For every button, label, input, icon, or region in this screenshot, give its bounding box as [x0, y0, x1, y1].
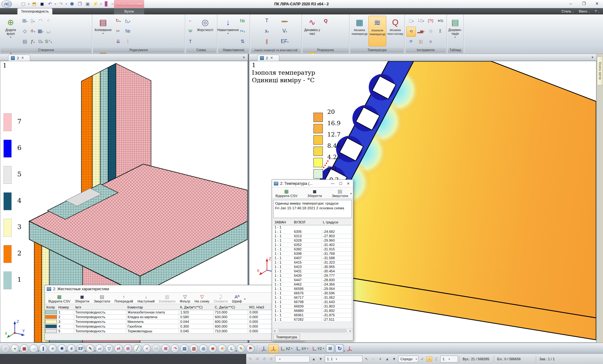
filter-funnel-icon[interactable]: ▽	[105, 344, 113, 353]
pencil-circle-icon[interactable]: ✎	[86, 344, 95, 353]
lightning-icon[interactable]: ⚡	[92, 1, 99, 7]
heat-q-icon[interactable]: Q	[322, 16, 329, 26]
load-copy-icon[interactable]: ⇅	[238, 37, 247, 47]
mirror-icon[interactable]: ◺	[123, 16, 133, 26]
layout-button[interactable]: ▤Зверстати	[329, 188, 350, 198]
tab-close-icon[interactable]: ✕	[270, 56, 273, 60]
numbering-icon[interactable]: 12)	[416, 16, 426, 26]
truss-gen-icon[interactable]: ◇	[21, 27, 29, 37]
tab-list-arrow-icon[interactable]: ▼	[242, 56, 245, 59]
sum-icon[interactable]: Σ	[436, 27, 445, 37]
font-button[interactable]: AªШриф	[230, 294, 244, 303]
pack-down-icon[interactable]: ⇊	[113, 37, 123, 47]
volume-check-icon[interactable]: V	[276, 27, 294, 37]
cylinder-gen-icon[interactable]: ▯	[29, 16, 36, 26]
cube-view-icon[interactable]: ⬢	[69, 1, 75, 7]
temperature-dialog-titlebar[interactable]: 2: Температура (... — ☐ ✕	[272, 180, 353, 187]
documentation-button[interactable]: ▤Докумен- тація	[448, 16, 462, 46]
left-doc-tab[interactable]: 2 ✕	[8, 55, 30, 61]
report-book-tab[interactable]: Книга звітів	[597, 56, 603, 85]
table-row[interactable]: 1 - 1 6313 -27.803	[273, 234, 352, 238]
table-row[interactable]: 1 - 1 6423 -30.955	[273, 265, 352, 269]
user-axes-button[interactable]	[345, 344, 354, 353]
right-doc-tab[interactable]: 2 ✕	[257, 55, 279, 61]
stiffness-button[interactable]: ◎Жорсткості	[195, 16, 215, 46]
mesh-gen-icon[interactable]: ▦	[37, 27, 44, 37]
column-rotate-icon[interactable]: ↷	[171, 344, 179, 353]
move-cube-icon[interactable]: ✛	[29, 27, 36, 37]
scale-swatch[interactable]	[313, 169, 323, 179]
app-logo-icon[interactable]: ЛС	[1, 0, 12, 8]
load-cut-icon[interactable]: ✂	[238, 27, 247, 37]
column-header[interactable]: ВУЗОЛ	[293, 219, 322, 225]
table-row[interactable]: 4 Теплопроводность Газоблок 0.300 600.00…	[45, 324, 304, 329]
pencil-icon[interactable]: ✎	[237, 344, 245, 353]
table-row[interactable]: 1 - 1 66839 -31.803	[273, 304, 352, 308]
tab-list-arrow-icon[interactable]: ▼	[591, 56, 594, 59]
menu-window[interactable]: Вікно	[579, 8, 590, 14]
history-pencil-icon[interactable]: ✎	[247, 357, 253, 361]
rotate-copy-icon[interactable]: ↻	[113, 16, 123, 26]
previous-button[interactable]: ↑Попередній	[112, 294, 135, 303]
flashlight-icon[interactable]: ☀	[218, 344, 226, 353]
frame-gen-icon[interactable]: ⊞	[21, 16, 29, 26]
column-header[interactable]: С, Дж/(кг*°С)	[214, 305, 248, 310]
open-file-icon[interactable]: ⬒	[31, 1, 37, 7]
grid-icon[interactable]: #	[67, 344, 76, 353]
add-node-button[interactable]: ⊕Додати вузол	[1, 16, 20, 46]
dynamics-time-button[interactable]: ∿Динаміка у часі	[303, 16, 322, 46]
down-small-icon[interactable]: ▼	[391, 357, 397, 361]
building-red-icon[interactable]: ▥	[190, 344, 198, 353]
layout-button[interactable]: ▤Зверстати	[92, 294, 112, 303]
select-colorbar-icon[interactable]: ⬚	[406, 16, 416, 26]
copy-scheme-button[interactable]: ▤Копіювання	[93, 16, 113, 46]
minimize-button[interactable]	[567, 1, 575, 7]
dome-gen-icon[interactable]: ◠	[37, 16, 44, 26]
table-row[interactable]: 3 Теплопроводность Минплита 0.044 600.00…	[45, 319, 304, 324]
column-delete-icon[interactable]: ×	[143, 344, 151, 353]
next-button[interactable]: ↓Наступний	[135, 294, 157, 303]
renumber-icon[interactable]: №	[123, 27, 133, 37]
maximize-button[interactable]	[580, 1, 588, 7]
z-toggle-icon[interactable]: Z	[433, 357, 439, 361]
scale-swatch[interactable]	[313, 158, 323, 167]
storey-frame-icon[interactable]: ▤	[21, 37, 29, 47]
refresh2-icon[interactable]: ⟳	[406, 37, 416, 47]
column-header[interactable]: Колір	[45, 305, 57, 310]
undo-history3-icon[interactable]: ↺	[268, 357, 274, 361]
cursor-mode-icon[interactable]: ↖	[364, 357, 369, 361]
xz-view-button[interactable]: XZ▾	[279, 344, 294, 353]
stiffness-dialog-titlebar[interactable]: 2: Жесткостные характеристики — ☐ ✕	[45, 285, 304, 293]
tc-settings-icon[interactable]: ∗tc	[436, 16, 445, 26]
load-case-combo[interactable]: 1. 1	[325, 356, 362, 362]
scale-combo[interactable]: 1.	[440, 356, 458, 362]
table-row[interactable]: 1 - 1 6328 -29.960	[273, 238, 352, 243]
xy-view-button[interactable]: XY▾	[294, 344, 310, 353]
table-row[interactable]: 1 - 1 6305 -24.682	[273, 229, 352, 234]
to-scheme-button[interactable]: ▽На схему	[193, 294, 212, 303]
column-header[interactable]: Номер	[57, 305, 74, 310]
table-row[interactable]: 1 - 1 66880 -31.892	[273, 308, 352, 313]
open-csv-button[interactable]: ▦Відкрити CSV	[46, 294, 73, 303]
column-cross-icon[interactable]: ⊠	[161, 344, 170, 353]
paintbrush-icon[interactable]: ╱	[133, 344, 142, 353]
empty-combo[interactable]	[275, 356, 310, 362]
tab-nodes-contextual[interactable]: Вузли	[114, 8, 144, 14]
table-row[interactable]: 1 - 1 6447 -28.830	[273, 278, 352, 282]
zoom-icon[interactable]: ◎	[199, 344, 208, 353]
swap-columns-icon[interactable]: ⇄	[114, 344, 123, 353]
undo-icon[interactable]: ↶	[47, 1, 53, 7]
toolbar-more-icon[interactable]: ▾	[350, 188, 352, 195]
table-row[interactable]: 1 - 1 66595 -29.064	[273, 286, 352, 291]
animation-icon[interactable]: ◉	[426, 37, 435, 47]
undo-history-icon[interactable]: ↺	[254, 357, 260, 361]
dots-tools-icon[interactable]: ⁞	[123, 37, 133, 47]
lasso-select-icon[interactable]: ☆	[1, 344, 10, 353]
column-header[interactable]: Ім'я	[74, 305, 126, 310]
column-header[interactable]: t, градуси	[322, 219, 352, 225]
zoom-cancel-icon[interactable]: ⊗	[209, 344, 217, 353]
menu-help[interactable]: ?	[595, 8, 600, 14]
column-move-icon[interactable]: ↦	[152, 344, 160, 353]
mosaic-flux-button[interactable]: QМозаїка тепл.потоку	[386, 16, 404, 46]
up-arrow-icon[interactable]: ▲	[311, 357, 317, 361]
